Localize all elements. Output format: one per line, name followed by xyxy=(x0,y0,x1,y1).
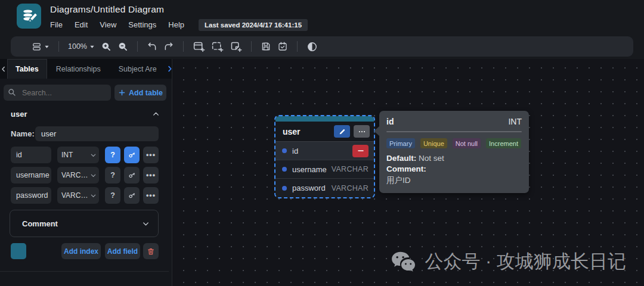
field-row-password: VARCHAR ? ••• xyxy=(0,187,172,204)
table-node-header[interactable]: user xyxy=(275,122,374,142)
table-accordion-header[interactable]: user xyxy=(0,107,172,120)
key-icon xyxy=(126,189,138,201)
field-type-select[interactable]: VARCHAR xyxy=(57,167,99,184)
contrast-icon xyxy=(306,41,318,52)
add-index-button[interactable]: Add index xyxy=(61,243,101,259)
menu-file[interactable]: File xyxy=(50,20,63,29)
nullable-toggle[interactable]: ? xyxy=(105,167,120,184)
table-node-user[interactable]: user id username VARCHAR xyxy=(274,115,375,198)
minus-icon xyxy=(357,147,364,154)
nullable-toggle[interactable]: ? xyxy=(105,147,120,163)
add-note-tool-button[interactable] xyxy=(227,38,245,55)
todo-button[interactable] xyxy=(274,38,291,55)
pencil-icon xyxy=(339,128,346,135)
rows-icon xyxy=(32,42,42,52)
undo-icon xyxy=(147,41,157,52)
toolbar-divider xyxy=(137,41,138,52)
field-more-button[interactable]: ••• xyxy=(143,167,159,184)
toolbar-divider xyxy=(297,41,298,52)
edit-table-button[interactable] xyxy=(334,125,350,138)
field-type-select[interactable]: INT xyxy=(57,147,99,163)
trash-icon xyxy=(147,247,155,256)
menu-edit[interactable]: Edit xyxy=(75,20,88,29)
delete-field-button[interactable] xyxy=(352,145,369,157)
badge-unique: Unique xyxy=(420,138,447,148)
chevron-down-icon xyxy=(90,152,97,158)
chevron-left-icon xyxy=(0,66,7,73)
field-row-id: INT ? ••• xyxy=(0,147,172,163)
key-icon xyxy=(126,169,138,181)
wechat-icon xyxy=(391,250,417,273)
toolbar: 100% xyxy=(11,36,633,57)
nullable-toggle[interactable]: ? xyxy=(105,187,120,204)
add-note-icon xyxy=(230,41,242,53)
add-table-button[interactable]: Add table xyxy=(114,85,166,101)
primary-key-toggle[interactable] xyxy=(124,167,140,184)
field-dot xyxy=(282,148,287,153)
add-table-tool-button[interactable] xyxy=(190,38,208,55)
comment-label: Comment xyxy=(22,219,58,228)
toolbar-divider xyxy=(58,41,59,52)
save-button[interactable] xyxy=(258,38,274,55)
primary-key-toggle[interactable] xyxy=(124,147,140,163)
theme-toggle-button[interactable] xyxy=(304,38,321,55)
view-mode-button[interactable] xyxy=(29,38,52,55)
field-type: VARCHAR xyxy=(332,184,369,192)
table-field-row-id[interactable]: id xyxy=(275,142,374,160)
zoom-out-icon xyxy=(117,41,128,52)
tabs-scroll-left-button[interactable] xyxy=(0,59,7,79)
sidebar-tabbar: Tables Relationships Subject Are xyxy=(0,59,172,79)
menu-help[interactable]: Help xyxy=(168,20,184,29)
table-more-button[interactable] xyxy=(354,125,370,138)
add-area-icon xyxy=(211,41,224,53)
plus-icon xyxy=(118,89,126,97)
popover-comment-label: Comment: xyxy=(386,164,522,173)
table-name-input[interactable] xyxy=(35,126,159,141)
name-label: Name: xyxy=(11,129,35,138)
menu-settings[interactable]: Settings xyxy=(128,20,156,29)
redo-button[interactable] xyxy=(160,38,177,55)
delete-table-button[interactable] xyxy=(143,243,159,259)
diagram-canvas[interactable]: user id username VARCHAR xyxy=(172,59,644,286)
popover-field-name: id xyxy=(386,117,394,126)
chevron-down-icon xyxy=(44,44,49,49)
table-color-swatch[interactable] xyxy=(11,243,26,259)
zoom-out-button[interactable] xyxy=(114,38,131,55)
field-details-popover: id INT Primary Unique Not null Increment… xyxy=(379,111,529,193)
zoom-level-button[interactable]: 100% xyxy=(65,38,98,55)
add-area-tool-button[interactable] xyxy=(208,38,227,55)
popover-field-type: INT xyxy=(508,117,522,126)
table-field-row-password[interactable]: password VARCHAR xyxy=(275,179,374,197)
tab-subject-areas[interactable]: Subject Are xyxy=(110,59,166,79)
badge-primary: Primary xyxy=(386,138,415,148)
chevron-down-icon xyxy=(90,172,97,179)
search-input[interactable] xyxy=(4,85,111,101)
table-field-row-username[interactable]: username VARCHAR xyxy=(275,160,374,179)
add-table-icon xyxy=(193,41,205,53)
key-icon xyxy=(126,149,138,161)
undo-button[interactable] xyxy=(144,38,160,55)
comment-section[interactable]: Comment xyxy=(10,210,159,237)
add-field-button[interactable]: Add field xyxy=(105,243,140,259)
redo-icon xyxy=(163,41,174,52)
field-name-input[interactable] xyxy=(11,147,51,163)
page-title: Diagrams/Untitled Diagram xyxy=(50,4,164,15)
menu-view[interactable]: View xyxy=(100,20,116,29)
zoom-in-button[interactable] xyxy=(98,38,114,55)
field-name-input[interactable] xyxy=(11,167,51,184)
field-more-button[interactable]: ••• xyxy=(143,147,159,163)
tab-tables[interactable]: Tables xyxy=(7,59,47,79)
sidebar-panel: Add table user Name: INT ? ••• VARCHAR ?… xyxy=(0,79,172,286)
field-dot xyxy=(282,167,287,172)
menubar: File Edit View Settings Help xyxy=(50,20,184,29)
tab-relationships[interactable]: Relationships xyxy=(47,59,110,79)
field-type-select[interactable]: VARCHAR xyxy=(57,187,99,204)
field-type: VARCHAR xyxy=(332,165,369,173)
primary-key-toggle[interactable] xyxy=(124,187,140,204)
chevron-down-icon xyxy=(89,44,95,49)
table-node-title: user xyxy=(283,127,301,136)
field-name-input[interactable] xyxy=(11,187,51,204)
chevron-down-icon xyxy=(142,220,150,228)
field-more-button[interactable]: ••• xyxy=(143,187,159,204)
field-row-username: VARCHAR ? ••• xyxy=(0,167,172,184)
